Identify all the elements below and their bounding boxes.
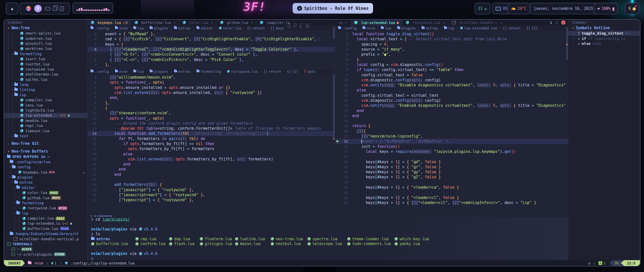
updates-widget[interactable]: 11 ↻	[474, 3, 491, 14]
buffer-item[interactable]: ▾config	[4, 164, 87, 169]
breadcrumb-segment[interactable]: {}[2]	[287, 70, 298, 74]
buffer-item[interactable]: >_~/.c/n/l/plugins#3980	[4, 252, 87, 257]
breadcrumb-segment[interactable]: plugins	[150, 70, 168, 74]
audio-widget[interactable]: 100%	[594, 3, 618, 14]
buffer-item[interactable]: │ │ color.lua#493	[4, 190, 87, 195]
breadcrumb-segment[interactable]: .config	[338, 26, 357, 30]
breadcrumb-segment[interactable]: []return	[503, 26, 520, 30]
docs-workspace-icon[interactable]	[60, 6, 64, 11]
notifications-widget[interactable]: 9	[625, 3, 639, 14]
tree-item[interactable]: │ │ neodim.lua	[4, 118, 87, 123]
breadcrumb-segment[interactable]: lua	[133, 26, 144, 30]
buffer-item[interactable]: │ └ github.lua#654	[4, 195, 87, 200]
chevron-down-icon[interactable]: ▾	[11, 181, 13, 184]
buffer-item[interactable]: >_~#2859	[4, 247, 87, 252]
buffer-item[interactable]: │ └ bufferline.lua#328	[4, 226, 87, 231]
chevron-down-icon[interactable]: ▾	[14, 201, 15, 205]
breadcrumb-segment[interactable]: formatting	[196, 70, 221, 74]
chevron-right-icon[interactable]: ▸	[11, 83, 13, 86]
tree-item[interactable]: │ │ shellharden.lua	[4, 72, 87, 77]
tree-item[interactable]: │ │ isort.lua	[4, 56, 87, 61]
close-icon[interactable]: ×	[345, 21, 347, 25]
tree-item[interactable]: │ ▸lang	[4, 82, 87, 87]
buffer-item[interactable]: │ └ keymaps.lua#10⚠	[4, 169, 87, 175]
tree-item[interactable]: │ │ lightbulb.lua	[4, 108, 87, 113]
close-icon[interactable]: ×	[174, 21, 176, 25]
chevron-down-icon[interactable]: ▾	[14, 212, 15, 215]
middle-editor-column[interactable]: keymaps.lua3bufferline.lua×color.lua×git…	[88, 20, 335, 215]
close-icon[interactable]: ×	[211, 21, 213, 25]
symbol-item[interactable]: ├ ◇ifif type(config.vi	[568, 36, 640, 41]
tree-item[interactable]: │ └ timeout.lua	[4, 128, 87, 133]
breadcrumb-segment[interactable]: extras	[174, 70, 191, 74]
buffer-item[interactable]: ▾plugins	[4, 175, 87, 180]
buffer-item[interactable]: ▾lsp	[4, 211, 87, 216]
chevron-down-icon[interactable]: ▾	[11, 93, 13, 97]
breadcrumb-segment[interactable]: {}[1]	[526, 26, 538, 30]
firefox-workspace-icon[interactable]	[26, 6, 31, 11]
breadcrumb-segment[interactable]: editor	[196, 26, 213, 30]
buffer-item[interactable]: OPEN BUFFERS in ~	[4, 154, 87, 159]
breadcrumb-segment[interactable]: nvim	[115, 70, 128, 74]
buffer-item[interactable]: ▾Juegos/Indies/SteamLibrary/st	[4, 231, 87, 236]
close-icon[interactable]: ×	[251, 21, 253, 25]
scrollbar[interactable]	[333, 27, 335, 39]
chevron-down-icon[interactable]: ▾	[7, 160, 9, 164]
tab-keymaps-lua[interactable]: keymaps.lua3	[88, 20, 131, 25]
neo-tree-buffers-header[interactable]: ▾ Neo-Tree Buffers	[4, 149, 87, 154]
tree-item[interactable]: │ │ smart-splits.lua	[4, 31, 87, 36]
tree-item[interactable]: │ │ rustywind.lua	[4, 67, 87, 72]
code-pane-color[interactable]: 3 event = { "BufRead" },4 cmd = { [1]"Cc…	[88, 31, 335, 69]
tree-item[interactable]: │ │ lens.lua	[4, 103, 87, 108]
buffer-item[interactable]: │ │ lsp-extended.lu[+]	[4, 221, 87, 226]
tab-page-1[interactable]: 1	[550, 21, 552, 25]
tab-github-lua[interactable]: github.lua×	[217, 20, 256, 25]
buffer-item[interactable]: └ scrollbar-handle-vertical.p	[4, 236, 87, 241]
breadcrumb-segment[interactable]: plugins	[150, 26, 168, 30]
tree-item[interactable]: │ │ lsp-extended.lu[+]	[4, 113, 87, 118]
breadcrumb-segment[interactable]: []keys	[270, 26, 284, 30]
now-playing-widget[interactable]: ≡ Spiritbox - Rule Of Nines	[293, 3, 373, 14]
chevron-down-icon[interactable]: ▾	[11, 52, 13, 56]
tab-scrollbar-handle-[interactable]: scrollbar-handle-…×	[449, 20, 505, 25]
launcher-button[interactable]: ▲	[6, 3, 18, 15]
breadcrumb-segment[interactable]: lsp-extended.lua	[460, 26, 497, 30]
tree-item[interactable]: │ └ worktree.lua	[4, 46, 87, 51]
tree-item[interactable]: │ ▸linting	[4, 87, 87, 92]
buffer-item[interactable]: │ └ rustywind.lua#726	[4, 206, 87, 211]
breadcrumb-segment[interactable]: nvim	[115, 26, 128, 30]
tree-item[interactable]: │ │ rustfmt.lua	[4, 61, 87, 66]
close-all-button[interactable]: ×	[561, 20, 566, 25]
gamepad-workspace-icon[interactable]	[45, 7, 51, 11]
tree-item[interactable]: │ │ undotree.lua	[4, 36, 87, 41]
buffer-item[interactable]: ▾.config/nvim/lua	[4, 159, 87, 164]
tab-compiler-lu[interactable]: compiler.lu	[257, 20, 293, 25]
breadcrumb-segment[interactable]: {}return	[247, 26, 265, 30]
breadcrumb-segment[interactable]: lsp	[444, 26, 454, 30]
tree-item[interactable]: │ ▾lsp	[4, 92, 87, 97]
neovim-workspace-icon[interactable]: V	[34, 5, 42, 12]
scrollbar[interactable]	[566, 27, 568, 60]
tab-lsp-extended-lua[interactable]: lsp-extended.lua●	[351, 20, 402, 25]
weather-widget[interactable]: 24°C	[508, 3, 530, 14]
tab-ua[interactable]: ua×	[335, 20, 350, 25]
close-icon[interactable]: ×	[443, 21, 445, 25]
breadcrumb-segment[interactable]: .config	[91, 70, 109, 74]
breadcrumb-segment[interactable]: ƒopts	[304, 70, 316, 74]
breadcrumb-segment[interactable]: nvim	[363, 26, 375, 30]
neo-tree-git-header[interactable]: ▸ Neo-Tree Git	[4, 141, 87, 146]
chevron-down-icon[interactable]: ▾	[9, 176, 11, 179]
date-widget[interactable]: jueves, noviembre 16, 2023 ▦	[530, 3, 601, 14]
chevron-right-icon[interactable]: ▸	[11, 88, 13, 91]
chevron-down-icon[interactable]: ▾	[9, 165, 11, 169]
chevron-down-icon[interactable]: ▾	[7, 232, 9, 235]
buffer-item[interactable]: ▾extras	[4, 180, 87, 185]
workspace-switcher[interactable]: V	[20, 3, 70, 15]
breadcrumb-segment[interactable]: lua	[133, 70, 144, 74]
tab-page-2[interactable]: 2	[556, 21, 558, 25]
breadcrumb-segment[interactable]: color.lua	[219, 26, 241, 30]
tab-bufferline-lua[interactable]: bufferline.lua×	[131, 20, 179, 25]
symbol-item[interactable]: └ ◇elseelse	[568, 41, 640, 46]
tree-item[interactable]: │ │ repl.lua	[4, 123, 87, 128]
files-workspace-icon[interactable]	[53, 7, 57, 11]
